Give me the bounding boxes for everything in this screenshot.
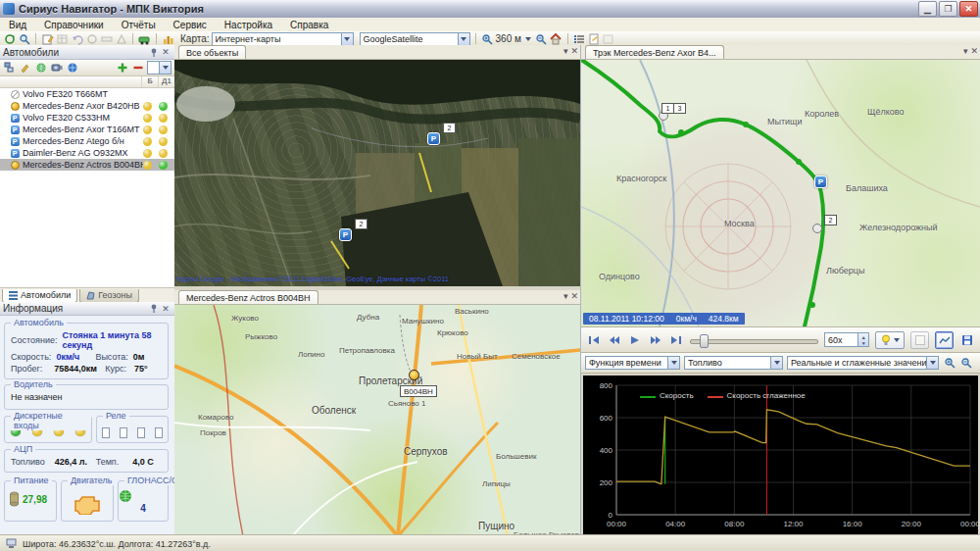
track-map[interactable]: 1 3 2 P Королев Щёлково Мытищи Красногор…	[581, 60, 980, 326]
scale-caret-icon[interactable]	[525, 37, 531, 41]
marker-icon[interactable]	[115, 33, 127, 45]
tab-actros-map[interactable]: Mercedes-Benz Actros В004ВН	[178, 290, 318, 304]
parking-marker[interactable]: P	[427, 132, 440, 145]
chevron-down-icon[interactable]	[458, 33, 469, 45]
globe2-icon[interactable]	[66, 62, 78, 74]
rewind-icon[interactable]	[608, 333, 622, 347]
chevron-down-icon[interactable]	[926, 357, 938, 369]
pin-icon[interactable]	[148, 303, 160, 314]
fast-forward-icon[interactable]	[649, 333, 663, 347]
chart-values-combo[interactable]: Реальные и сглаженные значени	[787, 356, 939, 370]
playback-speed-spinner[interactable]: 60x ▲▼	[824, 332, 869, 347]
close-button[interactable]: ✕	[959, 1, 978, 17]
column-d1[interactable]: Д1	[158, 76, 174, 87]
restore-button[interactable]: ❐	[939, 1, 957, 17]
add-icon[interactable]	[116, 62, 128, 74]
menu-vid[interactable]: Вид	[0, 20, 35, 30]
close-icon[interactable]: ✕	[160, 47, 172, 58]
skip-start-icon[interactable]	[587, 333, 602, 347]
tab-close-icon[interactable]: ✕	[970, 46, 978, 56]
list-view-combo[interactable]	[147, 61, 172, 75]
grid-icon[interactable]	[56, 33, 69, 45]
globe-icon[interactable]	[34, 62, 47, 74]
waypoint-badge[interactable]: 2	[355, 219, 368, 229]
ruler-icon[interactable]	[100, 33, 113, 45]
report-page-icon[interactable]	[588, 33, 601, 45]
vehicle-icon[interactable]	[138, 33, 151, 45]
save-icon[interactable]	[959, 333, 974, 347]
menu-spravka[interactable]: Справка	[281, 20, 337, 30]
vehicle-row-selected[interactable]: Mercedes-Benz Actros В004ВН	[0, 159, 174, 171]
tab-close-icon[interactable]: ✕	[570, 291, 578, 301]
vehicle-row[interactable]: Volvo FE320 Т666МТ	[0, 88, 174, 100]
tab-dropdown-icon[interactable]: ▾	[564, 46, 568, 56]
camera-icon[interactable]	[50, 62, 63, 74]
play-icon[interactable]	[628, 333, 643, 347]
remove-icon[interactable]	[131, 62, 144, 74]
relay-checkbox-1[interactable]	[102, 427, 110, 438]
minimize-button[interactable]: ▁	[918, 1, 937, 17]
zoom-in-icon[interactable]	[481, 33, 494, 45]
chart-toggle-button[interactable]	[935, 331, 954, 349]
satellite-map[interactable]: P 2 P 2 Карты Google - Изображения ©2011…	[174, 60, 580, 286]
tab-close-icon[interactable]: ✕	[570, 46, 578, 56]
menu-nastroika[interactable]: Настройка	[216, 20, 281, 30]
empty-toggle-button[interactable]	[910, 331, 929, 349]
pin-icon[interactable]	[148, 47, 160, 58]
search-icon[interactable]	[18, 33, 30, 45]
map-provider-combo[interactable]: Интернет-карты	[212, 32, 354, 46]
menu-servis[interactable]: Сервис	[165, 20, 216, 30]
menu-otchety[interactable]: Отчёты	[113, 20, 165, 30]
list-icon[interactable]	[573, 33, 586, 45]
waypoint-badge[interactable]: 2	[443, 123, 456, 133]
track-position-slider[interactable]	[690, 333, 818, 347]
skip-end-icon[interactable]	[669, 333, 684, 347]
home-icon[interactable]	[550, 33, 563, 45]
map-scale-value[interactable]: 360 м	[496, 33, 521, 44]
tab-track[interactable]: Трэк Mercedes-Benz Axor В4...	[585, 45, 724, 59]
vehicle-marker[interactable]	[409, 370, 419, 380]
menu-spravochniki[interactable]: Справочники	[35, 20, 113, 30]
tab-dropdown-icon[interactable]: ▾	[963, 46, 968, 56]
region-road-map[interactable]: Дубна Манушкино Васькино Крюково Петропа…	[174, 305, 580, 536]
zoom-out-icon[interactable]	[535, 33, 548, 45]
vehicle-row[interactable]: P Volvo FE320 С533НМ	[0, 112, 174, 124]
chevron-down-icon[interactable]	[341, 33, 353, 45]
relay-checkbox-2[interactable]	[120, 427, 127, 438]
chevron-down-icon[interactable]	[159, 62, 171, 74]
waypoint-badge-2[interactable]: 2	[824, 215, 837, 225]
relay-checkbox-3[interactable]	[137, 427, 145, 438]
chart-parameter-combo[interactable]: Топливо	[684, 356, 783, 370]
vehicle-row[interactable]: P Daimler-Benz AG О932МХ	[0, 147, 174, 159]
tab-all-objects[interactable]: Все объекты	[178, 45, 246, 59]
group-icon[interactable]	[3, 62, 16, 74]
chart-zoom-in-icon[interactable]	[943, 357, 956, 369]
vehicle-row[interactable]: P Mercedes-Benz Axor Т166МТ	[0, 124, 174, 135]
chevron-down-icon[interactable]	[667, 357, 679, 369]
tab-dropdown-icon[interactable]: ▾	[564, 291, 568, 301]
chart-mode-combo[interactable]: Функция времени	[585, 356, 680, 370]
slider-thumb[interactable]	[700, 334, 709, 348]
parking-marker[interactable]: P	[339, 228, 352, 241]
paint-icon[interactable]	[19, 62, 31, 74]
edit-notes-icon[interactable]	[41, 33, 54, 45]
parking-marker[interactable]: P	[814, 175, 827, 188]
relay-checkbox-4[interactable]	[155, 427, 163, 438]
chart-icon[interactable]	[162, 33, 174, 45]
refresh-icon[interactable]	[3, 33, 16, 45]
waypoint-badge-3[interactable]: 3	[673, 103, 686, 114]
vehicle-plate-label[interactable]: В004ВН	[400, 385, 437, 397]
stop-icon[interactable]	[85, 33, 98, 45]
chart-zoom-out-icon[interactable]	[959, 357, 972, 369]
chart-panel[interactable]: 020040060080000:0004:0008:0012:0016:0020…	[581, 374, 980, 538]
vehicle-row[interactable]: P Mercedes-Benz Atego б/н	[0, 135, 174, 147]
tab-vehicles[interactable]: Автомобили	[2, 289, 77, 303]
close-icon[interactable]: ✕	[160, 303, 172, 314]
tab-geozones[interactable]: Геозоны	[79, 289, 139, 303]
bulb-dropdown-button[interactable]	[875, 331, 905, 349]
chevron-down-icon[interactable]	[770, 357, 782, 369]
column-b[interactable]: Б	[141, 76, 158, 87]
map-layer-combo[interactable]: GoogleSatellite	[360, 32, 470, 46]
vehicle-row[interactable]: Mercedes-Benz Axor В420НВ	[0, 100, 174, 112]
undo-icon[interactable]	[71, 33, 83, 45]
